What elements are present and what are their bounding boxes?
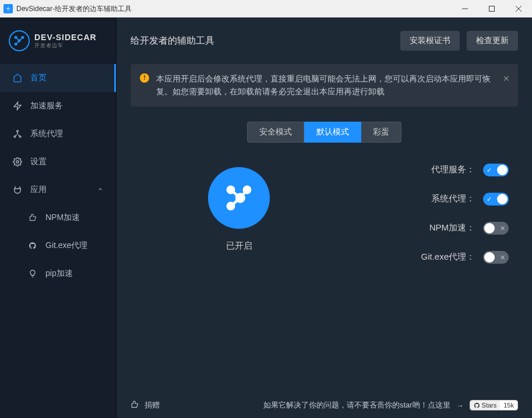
logo-title: DEV-SIDECAR (34, 33, 97, 42)
sidebar-item-label: Git.exe代理 (45, 240, 87, 251)
sidebar-item-apps[interactable]: 应用 (0, 176, 116, 204)
gear-icon (13, 157, 22, 167)
window-maximize[interactable] (478, 0, 505, 17)
sidebar-item-label: 加速服务 (30, 101, 63, 111)
main-content: 给开发者的辅助工具 安装根证书 检查更新 ! 本应用开启后会修改系统代理，直接重… (117, 17, 532, 418)
status-toggle[interactable] (208, 167, 270, 229)
plug-icon (13, 185, 22, 194)
status-label: 已开启 (226, 240, 252, 251)
check-icon: ✓ (487, 166, 492, 173)
app-icon (3, 4, 13, 13)
svg-point-13 (17, 130, 19, 132)
home-icon (13, 73, 22, 83)
thumbs-up-icon (131, 401, 139, 410)
thumbs-up-icon (28, 213, 37, 222)
sidebar-item-label: NPM加速 (45, 212, 80, 223)
svg-point-0 (8, 8, 9, 10)
switch-system-proxy[interactable]: ✓ (483, 193, 509, 206)
window-close[interactable] (505, 0, 532, 17)
mode-tab-egg[interactable]: 彩蛋 (361, 122, 401, 143)
sidebar-item-git[interactable]: Git.exe代理 (0, 232, 116, 260)
svg-line-9 (16, 37, 19, 41)
sidebar-item-proxy[interactable]: 系统代理 (0, 120, 116, 148)
github-stars-badge[interactable]: Stars 15k (470, 400, 518, 410)
logo-icon (9, 30, 30, 51)
sidebar-item-settings[interactable]: 设置 (0, 148, 116, 176)
window-minimize[interactable] (452, 0, 478, 17)
bolt-icon (13, 101, 22, 111)
svg-marker-12 (14, 102, 21, 109)
sidebar-item-label: 系统代理 (30, 129, 63, 139)
sidebar-item-label: 设置 (30, 157, 47, 167)
status-column: 已开启 (140, 160, 338, 251)
bulb-icon (28, 269, 37, 278)
mode-tab-default[interactable]: 默认模式 (304, 122, 361, 143)
sidebar-item-accel[interactable]: 加速服务 (0, 92, 116, 120)
switch-row-proxy-service: 代理服务： ✓ (338, 164, 509, 176)
window-titlebar: DevSidecar-给开发者的边车辅助工具 (0, 0, 532, 17)
svg-line-10 (19, 37, 23, 41)
logo-subtitle: 开发者边车 (34, 42, 97, 49)
github-icon (28, 241, 37, 250)
alert-close-icon[interactable]: ✕ (503, 72, 510, 85)
alert-text: 本应用开启后会修改系统代理，直接重启电脑可能会无法上网，您可以再次启动本应用即可… (156, 74, 491, 96)
window-title: DevSidecar-给开发者的边车辅助工具 (16, 4, 132, 14)
sidebar-item-label: pip加速 (45, 268, 73, 279)
x-icon: ✕ (500, 224, 505, 232)
svg-point-16 (16, 161, 19, 163)
sidebar-item-pip[interactable]: pip加速 (0, 260, 116, 288)
svg-line-11 (16, 41, 19, 44)
sidebar: DEV-SIDECAR 开发者边车 首页 加速服务 系统代理 (0, 17, 117, 418)
check-icon: ✓ (487, 195, 492, 203)
mode-tab-safe[interactable]: 安全模式 (247, 122, 304, 143)
switch-row-npm: NPM加速： ✕ (338, 222, 509, 235)
switch-row-git: Git.exe代理： ✕ (338, 251, 509, 264)
switch-npm[interactable]: ✕ (483, 222, 509, 235)
switch-label: 代理服务： (431, 164, 475, 175)
donate-link[interactable]: 捐赠 (145, 400, 160, 410)
switch-git[interactable]: ✕ (483, 251, 509, 264)
arrow-right-icon: → (456, 401, 464, 410)
warning-alert: ! 本应用开启后会修改系统代理，直接重启电脑可能会无法上网，您可以再次启动本应用… (131, 64, 518, 107)
switch-proxy-service[interactable]: ✓ (483, 164, 509, 176)
switch-label: NPM加速： (429, 222, 475, 233)
sidebar-item-label: 首页 (30, 73, 47, 83)
footer-star-text: 如果它解决了你的问题，请不要吝啬你的star哟！点这里 (263, 400, 450, 410)
footer: 捐赠 如果它解决了你的问题，请不要吝啬你的star哟！点这里 → Stars 1… (117, 392, 532, 418)
chevron-up-icon (97, 186, 103, 193)
x-icon: ✕ (500, 253, 505, 261)
sidebar-item-npm[interactable]: NPM加速 (0, 204, 116, 232)
check-update-button[interactable]: 检查更新 (467, 31, 518, 51)
logo: DEV-SIDECAR 开发者边车 (0, 17, 116, 64)
switch-label: Git.exe代理： (421, 251, 475, 263)
sidebar-item-home[interactable]: 首页 (0, 64, 116, 92)
mode-tabs: 安全模式 默认模式 彩蛋 (117, 122, 532, 143)
svg-rect-2 (489, 6, 495, 12)
page-title: 给开发者的辅助工具 (131, 35, 393, 47)
network-icon (13, 129, 22, 139)
switch-row-system-proxy: 系统代理： ✓ (338, 193, 509, 206)
install-cert-button[interactable]: 安装根证书 (400, 31, 460, 51)
header: 给开发者的辅助工具 安装根证书 检查更新 (117, 17, 532, 64)
warning-icon: ! (140, 73, 149, 83)
sidebar-item-label: 应用 (30, 185, 47, 195)
switches-column: 代理服务： ✓ 系统代理： ✓ NPM加速： (338, 160, 509, 264)
switch-label: 系统代理： (431, 193, 475, 204)
